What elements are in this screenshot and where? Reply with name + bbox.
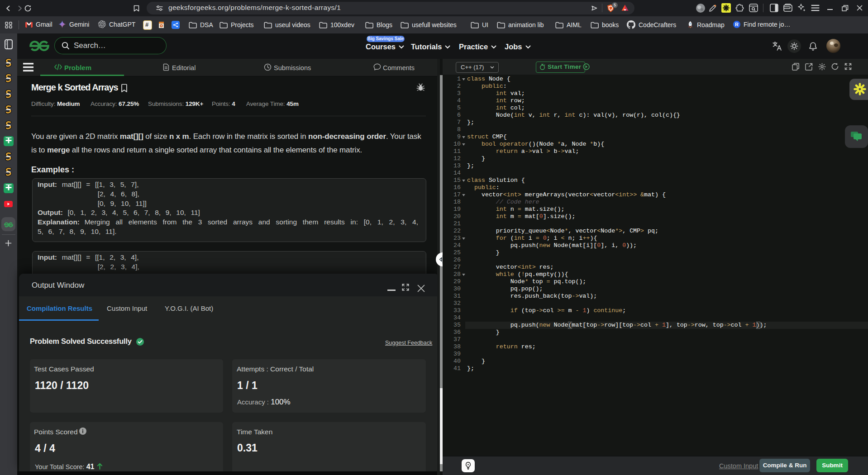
svg-text:R: R [735, 22, 739, 27]
